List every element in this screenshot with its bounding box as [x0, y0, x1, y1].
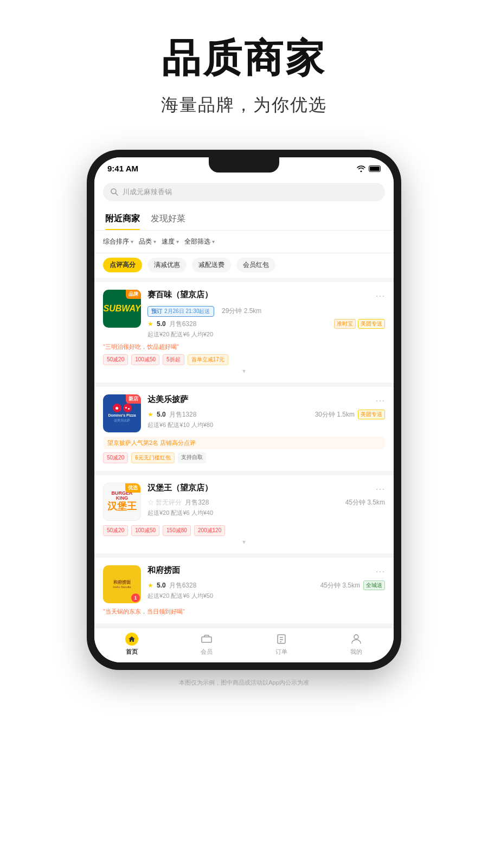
- price-info-hefu: 起送¥20 配送¥6 人均¥50: [147, 592, 385, 600]
- tag-member-coupon[interactable]: 会员红包: [236, 258, 275, 272]
- more-icon-hefu[interactable]: ⋯: [375, 565, 385, 577]
- status-icons: [357, 165, 381, 172]
- status-time: 9:41 AM: [107, 164, 138, 173]
- tag-high-rating[interactable]: 点评高分: [103, 258, 142, 272]
- membership-icon: [200, 633, 213, 646]
- orders-icon: [275, 633, 288, 646]
- merchant-info-subway: 赛百味（望京店） ⋯ 预订 2月26日 21:30起送 29分钟 2.5km: [147, 290, 385, 339]
- nav-orders[interactable]: 订单: [244, 628, 319, 662]
- phone-outer: 9:41 AM: [87, 150, 401, 670]
- notch: [209, 157, 279, 173]
- search-bar[interactable]: 川成元麻辣香锅: [103, 183, 385, 201]
- search-icon: [111, 188, 118, 196]
- promo-tags-subway: 50减20 100减50 5折起 首单立减17元: [103, 354, 385, 365]
- filter-category[interactable]: 品类▾: [139, 235, 156, 248]
- brand-badge-subway: 品牌: [126, 290, 141, 299]
- promo-tags-bk: 50减20 100减50 150减80 200减120: [103, 525, 385, 536]
- merchant-header-hefu: 和府捞面 Hefu Noodle 1 和府捞面 ⋯: [103, 565, 385, 603]
- page-subtitle: 海量品牌，为你优选: [161, 93, 327, 117]
- tag-discount[interactable]: 满减优惠: [147, 258, 187, 272]
- merchants-list: SUBWAY 品牌 赛百味（望京店） ⋯ 预订 2月26日: [94, 278, 394, 628]
- new-badge-dominos: 新店: [126, 394, 141, 404]
- expand-arrow-subway[interactable]: ▾: [103, 367, 385, 375]
- merchant-card-hefu[interactable]: 和府捞面 Hefu Noodle 1 和府捞面 ⋯: [94, 558, 394, 623]
- more-icon-subway[interactable]: ⋯: [375, 290, 385, 302]
- badge-notification: 1: [131, 593, 140, 602]
- battery-icon: [369, 165, 381, 172]
- select-badge-bk: 优选: [125, 483, 140, 493]
- merchant-logo-hefu: 和府捞面 Hefu Noodle 1: [103, 565, 141, 603]
- price-info-dominos: 起送¥6 配送¥10 人均¥80: [147, 421, 385, 429]
- review-hefu: "当天锅的东东，当日领到好喝": [103, 608, 385, 616]
- search-container: 川成元麻辣香锅: [94, 177, 394, 208]
- tag-free-delivery[interactable]: 减配送费: [192, 258, 231, 272]
- promo-tags-dominos: 50减20 6元无门槛红包 支持自取: [103, 452, 385, 463]
- review-dominos: 望京披萨人气第2名 店铺高分点评: [103, 437, 385, 449]
- more-icon-bk[interactable]: ⋯: [375, 483, 385, 495]
- filter-all[interactable]: 全部筛选▾: [184, 235, 215, 248]
- review-subway: "三明治很好吃，饮品超好喝": [103, 343, 385, 351]
- merchant-name-dominos: 达美乐披萨: [147, 394, 188, 405]
- filter-row: 综合排序▾ 品类▾ 速度▾ 全部筛选▾: [94, 231, 394, 253]
- merchant-header-subway: SUBWAY 品牌 赛百味（望京店） ⋯ 预订 2月26日: [103, 290, 385, 339]
- wifi-icon: [357, 165, 365, 172]
- svg-line-1: [115, 193, 118, 195]
- nav-membership[interactable]: 会员: [169, 628, 244, 662]
- merchant-logo-burgerking: BURGERKING 汉堡王 优选: [103, 483, 141, 521]
- price-info-subway: 起送¥20 配送¥6 人均¥20: [147, 330, 385, 339]
- merchant-info-hefu: 和府捞面 ⋯ ★ 5.0 月售6328 45分钟 3.5km: [147, 565, 385, 603]
- filter-sort[interactable]: 综合排序▾: [103, 235, 133, 248]
- merchant-info-dominos: 达美乐披萨 ⋯ ★ 5.0 月售1328 30分钟 1.5k: [147, 394, 385, 432]
- nav-profile-label: 我的: [350, 648, 362, 656]
- svg-point-6: [354, 635, 358, 639]
- price-info-bk: 起送¥20 配送¥6 人均¥40: [147, 509, 385, 517]
- home-icon: [125, 633, 138, 646]
- tabs-row: 附近商家 发现好菜: [94, 208, 394, 231]
- profile-icon: [350, 633, 363, 646]
- bottom-nav: 首页 会员: [94, 628, 394, 662]
- expand-arrow-bk[interactable]: ▾: [103, 538, 385, 546]
- nav-home[interactable]: 首页: [94, 628, 169, 662]
- merchant-name-hefu: 和府捞面: [147, 565, 180, 576]
- phone-mockup: 9:41 AM: [87, 150, 401, 670]
- tab-discover[interactable]: 发现好菜: [151, 208, 196, 230]
- merchant-logo-dominos: Domino's Pizza 达美乐比萨 新店: [103, 394, 141, 432]
- filter-speed[interactable]: 速度▾: [162, 235, 179, 248]
- merchant-header-dominos: Domino's Pizza 达美乐比萨 新店 达美乐披萨 ⋯: [103, 394, 385, 432]
- page-title: 品质商家: [161, 33, 327, 85]
- page-header: 品质商家 海量品牌，为你优选: [161, 0, 327, 133]
- merchant-header-burgerking: BURGERKING 汉堡王 优选 汉堡王（望京店） ⋯: [103, 483, 385, 521]
- merchant-card-subway[interactable]: SUBWAY 品牌 赛百味（望京店） ⋯ 预订 2月26日: [94, 282, 394, 382]
- phone-inner: 9:41 AM: [94, 157, 394, 662]
- more-icon-dominos[interactable]: ⋯: [375, 394, 385, 406]
- tag-filter-row: 点评高分 满减优惠 减配送费 会员红包: [94, 253, 394, 278]
- tab-nearby[interactable]: 附近商家: [105, 208, 151, 230]
- merchant-name-bk: 汉堡王（望京店）: [147, 483, 213, 493]
- footer-note: 本图仅为示例，图中商品或活动以App内公示为准: [179, 670, 309, 703]
- merchant-logo-subway: SUBWAY 品牌: [103, 290, 141, 328]
- merchant-card-burgerking[interactable]: BURGERKING 汉堡王 优选 汉堡王（望京店） ⋯: [94, 475, 394, 553]
- merchant-card-dominos[interactable]: Domino's Pizza 达美乐比萨 新店 达美乐披萨 ⋯: [94, 387, 394, 471]
- search-placeholder: 川成元麻辣香锅: [123, 187, 172, 197]
- nav-orders-label: 订单: [275, 648, 287, 656]
- pre-order-tag: 预订 2月26日 21:30起送: [147, 306, 214, 317]
- nav-profile[interactable]: 我的: [319, 628, 394, 662]
- merchant-info-bk: 汉堡王（望京店） ⋯ ☆ 暂无评分 月售328 45分钟 3.5km 起送¥: [147, 483, 385, 521]
- status-bar: 9:41 AM: [94, 157, 394, 177]
- merchant-name-subway: 赛百味（望京店）: [147, 290, 213, 300]
- nav-home-label: 首页: [126, 648, 138, 656]
- nav-membership-label: 会员: [201, 648, 213, 656]
